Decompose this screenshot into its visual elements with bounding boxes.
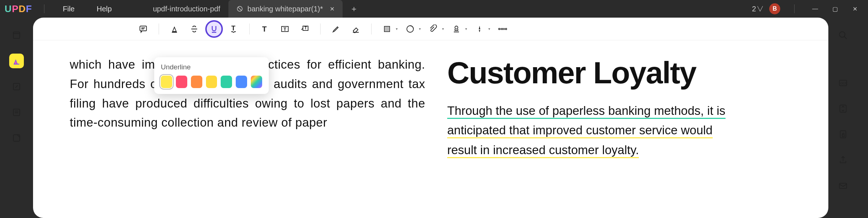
svg-line-33	[844, 36, 847, 39]
reader-tool[interactable]	[9, 28, 24, 43]
svg-rect-38	[842, 135, 844, 137]
measure-tool[interactable]	[495, 22, 510, 36]
maximize-button[interactable]: ▢	[828, 6, 842, 12]
color-swatch-amber[interactable]	[206, 76, 217, 88]
caret-icon: ▾	[442, 27, 444, 31]
eraser-tool[interactable]	[348, 22, 363, 36]
svg-point-27	[505, 28, 507, 30]
color-swatch-orange[interactable]	[191, 76, 202, 88]
shape-tool[interactable]	[380, 22, 394, 36]
color-swatch-custom[interactable]	[251, 76, 262, 88]
textbox-tool[interactable]: T	[278, 22, 292, 36]
share-button[interactable]	[836, 153, 850, 167]
organize-tool[interactable]	[9, 105, 24, 120]
sticky-tool[interactable]	[403, 22, 417, 36]
text-tool[interactable]: T	[258, 22, 272, 36]
underline-color-popup: Underline	[154, 57, 269, 94]
underline-tool[interactable]	[207, 22, 221, 36]
svg-rect-22	[384, 26, 390, 32]
svg-rect-2	[13, 32, 19, 38]
right-paragraph: Through the use of paperless banking met…	[447, 101, 803, 160]
underlined-text-teal: Through the use of paperless banking met…	[447, 104, 726, 119]
convert-button[interactable]	[836, 101, 850, 116]
protect-button[interactable]	[836, 127, 850, 142]
strikethrough-tool[interactable]	[187, 22, 202, 36]
svg-text:OCR: OCR	[840, 81, 847, 85]
heading-customer-loyalty: Customer Loyalty	[447, 55, 803, 91]
svg-line-1	[238, 7, 241, 11]
svg-text:T: T	[231, 25, 235, 32]
app-logo: UPDF	[0, 3, 37, 15]
tab-introduction[interactable]: updf-introduction-pdf	[145, 0, 228, 18]
highlight-tool[interactable]	[167, 22, 182, 36]
help-menu[interactable]: Help	[86, 5, 123, 13]
svg-point-24	[455, 26, 458, 29]
svg-text:T: T	[304, 26, 307, 30]
svg-point-26	[499, 28, 500, 30]
new-tab-button[interactable]: ＋	[350, 3, 358, 14]
divider	[794, 4, 795, 13]
caret-icon: ▾	[465, 27, 467, 31]
color-swatch-yellow[interactable]	[161, 76, 172, 88]
tab-label: updf-introduction-pdf	[153, 5, 220, 13]
svg-rect-5	[13, 109, 19, 115]
callout-tool[interactable]: T	[297, 22, 312, 36]
search-button[interactable]	[836, 28, 850, 43]
mail-button[interactable]	[836, 178, 850, 193]
edit-tool[interactable]	[9, 79, 24, 94]
signature-tool[interactable]	[472, 22, 487, 36]
divider	[44, 4, 44, 13]
color-swatch-teal[interactable]	[221, 76, 232, 88]
separator	[320, 23, 321, 34]
color-swatch-red[interactable]	[176, 76, 187, 88]
caret-icon: ▾	[419, 27, 421, 31]
color-swatch-blue[interactable]	[236, 76, 247, 88]
attach-tool[interactable]	[426, 22, 441, 36]
tab-label: banking whitepapar(1)*	[247, 5, 323, 13]
caret-icon: ▾	[488, 27, 490, 31]
svg-point-32	[839, 32, 845, 37]
ocr-button[interactable]: OCR	[836, 76, 850, 90]
close-button[interactable]: ✕	[848, 6, 861, 12]
separator	[159, 23, 159, 34]
stamp-tool[interactable]	[449, 22, 464, 36]
close-icon[interactable]: ✕	[330, 6, 334, 12]
tab-banking-whitepaper[interactable]: banking whitepapar(1)* ✕	[228, 0, 343, 18]
svg-text:T: T	[283, 26, 286, 32]
user-avatar[interactable]: B	[769, 3, 780, 14]
pencil-tool[interactable]	[329, 22, 343, 36]
minimize-button[interactable]: —	[809, 6, 822, 12]
annotate-tool[interactable]	[9, 54, 24, 68]
separator	[371, 23, 372, 34]
file-menu[interactable]: File	[52, 5, 86, 13]
underlined-text-yellow: result in increased customer loyalty.	[447, 143, 639, 158]
tab-count[interactable]: 2╲╱	[752, 5, 763, 13]
svg-text:T: T	[262, 25, 267, 33]
comment-tool[interactable]	[136, 22, 151, 36]
separator	[249, 23, 250, 34]
form-tool[interactable]	[9, 131, 24, 145]
svg-rect-39	[839, 184, 847, 189]
squiggly-tool[interactable]: T	[227, 22, 241, 36]
unsaved-icon	[236, 6, 243, 12]
svg-rect-3	[14, 64, 19, 65]
popup-title: Underline	[161, 63, 262, 71]
caret-icon: ▾	[396, 27, 398, 31]
underlined-text-yellow: anticipated that improved customer servi…	[447, 123, 713, 138]
svg-rect-9	[140, 26, 147, 31]
